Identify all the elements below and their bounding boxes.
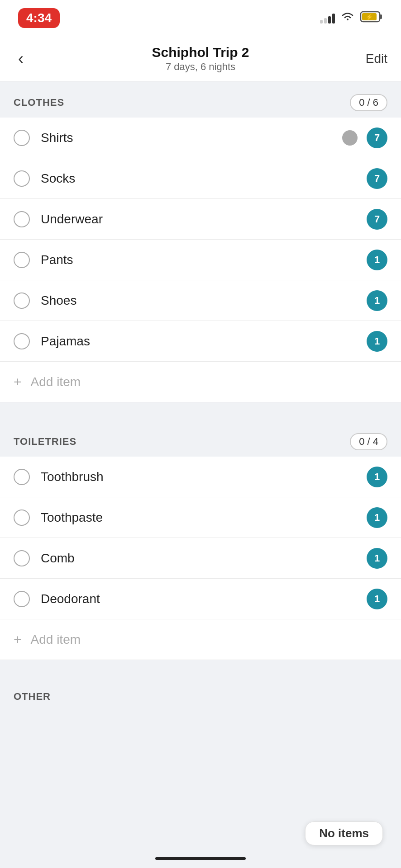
shirts-checkbox[interactable] — [14, 130, 30, 146]
toothbrush-qty: 1 — [367, 467, 387, 487]
table-row: Shoes 1 — [0, 280, 401, 321]
pajamas-qty: 1 — [367, 331, 387, 352]
other-section-header: OTHER — [0, 678, 401, 709]
socks-checkbox[interactable] — [14, 170, 30, 187]
shirts-slider-dot[interactable] — [342, 130, 358, 146]
clothes-add-item-row[interactable]: + Add item — [0, 362, 401, 402]
comb-checkbox[interactable] — [14, 550, 30, 566]
spacer-3 — [0, 660, 401, 669]
signal-bars — [320, 13, 335, 24]
section-clothes: CLOTHES 0 / 6 Shirts 7 Socks 7 Underwear… — [0, 81, 401, 402]
clothes-section-badge: 0 / 6 — [350, 94, 387, 111]
deodorant-qty: 1 — [367, 589, 387, 609]
home-indicator — [155, 857, 246, 860]
deodorant-label: Deodorant — [41, 592, 367, 606]
svg-text:⚡: ⚡ — [366, 13, 373, 21]
svg-rect-1 — [380, 14, 382, 19]
toiletries-section-title: TOILETRIES — [14, 436, 76, 448]
pants-checkbox[interactable] — [14, 252, 30, 268]
clothes-section-header: CLOTHES 0 / 6 — [0, 81, 401, 118]
toothpaste-checkbox[interactable] — [14, 509, 30, 526]
nav-header: ‹ Schiphol Trip 2 7 days, 6 nights Edit — [0, 36, 401, 81]
signal-bar-3 — [328, 16, 331, 24]
clothes-add-label: Add item — [31, 375, 81, 389]
signal-bar-4 — [332, 14, 335, 24]
deodorant-checkbox[interactable] — [14, 591, 30, 607]
spacer-4 — [0, 669, 401, 678]
table-row: Underwear 7 — [0, 199, 401, 240]
page-subtitle: 7 days, 6 nights — [152, 61, 249, 73]
table-row: Deodorant 1 — [0, 579, 401, 619]
time-display: 4:34 — [18, 8, 60, 28]
table-row: Socks 7 — [0, 158, 401, 199]
toiletries-add-item-row[interactable]: + Add item — [0, 619, 401, 660]
socks-label: Socks — [41, 171, 367, 186]
underwear-label: Underwear — [41, 212, 367, 226]
status-icons: ⚡ — [320, 10, 383, 26]
table-row: Shirts 7 — [0, 118, 401, 158]
pajamas-label: Pajamas — [41, 334, 367, 349]
pajamas-checkbox[interactable] — [14, 333, 30, 349]
shirts-qty: 7 — [367, 127, 387, 148]
toothpaste-qty: 1 — [367, 507, 387, 528]
wifi-icon — [340, 11, 355, 25]
comb-label: Comb — [41, 551, 367, 566]
table-row: Pants 1 — [0, 240, 401, 280]
no-items-badge: No items — [305, 821, 383, 845]
shirts-label: Shirts — [41, 131, 367, 145]
toothbrush-label: Toothbrush — [41, 470, 367, 484]
pants-label: Pants — [41, 253, 367, 267]
toothpaste-label: Toothpaste — [41, 510, 367, 525]
edit-button[interactable]: Edit — [366, 52, 387, 66]
underwear-checkbox[interactable] — [14, 211, 30, 227]
section-other: OTHER — [0, 678, 401, 709]
underwear-qty: 7 — [367, 209, 387, 230]
other-section-title: OTHER — [14, 691, 51, 703]
toiletries-add-label: Add item — [31, 632, 81, 647]
pants-qty: 1 — [367, 250, 387, 270]
table-row: Comb 1 — [0, 538, 401, 579]
clothes-section-title: CLOTHES — [14, 97, 64, 108]
toiletries-items-list: Toothbrush 1 Toothpaste 1 Comb 1 Deodora… — [0, 457, 401, 660]
back-button[interactable]: ‹ — [14, 45, 28, 73]
status-bar: 4:34 ⚡ — [0, 0, 401, 36]
clothes-items-list: Shirts 7 Socks 7 Underwear 7 Pants 1 — [0, 118, 401, 402]
signal-bar-1 — [320, 20, 323, 24]
shoes-qty: 1 — [367, 290, 387, 311]
header-center: Schiphol Trip 2 7 days, 6 nights — [152, 45, 249, 73]
toiletries-section-header: TOILETRIES 0 / 4 — [0, 420, 401, 457]
socks-qty: 7 — [367, 168, 387, 189]
table-row: Toothbrush 1 — [0, 457, 401, 497]
toothbrush-checkbox[interactable] — [14, 469, 30, 485]
toiletries-section-badge: 0 / 4 — [350, 433, 387, 450]
content-area: CLOTHES 0 / 6 Shirts 7 Socks 7 Underwear… — [0, 81, 401, 709]
battery-icon: ⚡ — [360, 10, 383, 26]
section-toiletries: TOILETRIES 0 / 4 Toothbrush 1 Toothpaste… — [0, 420, 401, 660]
shoes-checkbox[interactable] — [14, 292, 30, 309]
comb-qty: 1 — [367, 548, 387, 569]
shoes-label: Shoes — [41, 293, 367, 308]
spacer-2 — [0, 411, 401, 420]
table-row: Toothpaste 1 — [0, 497, 401, 538]
table-row: Pajamas 1 — [0, 321, 401, 362]
signal-bar-2 — [324, 18, 327, 24]
page-title: Schiphol Trip 2 — [152, 45, 249, 60]
spacer-1 — [0, 402, 401, 411]
toiletries-add-icon: + — [14, 632, 22, 647]
clothes-add-icon: + — [14, 374, 22, 390]
